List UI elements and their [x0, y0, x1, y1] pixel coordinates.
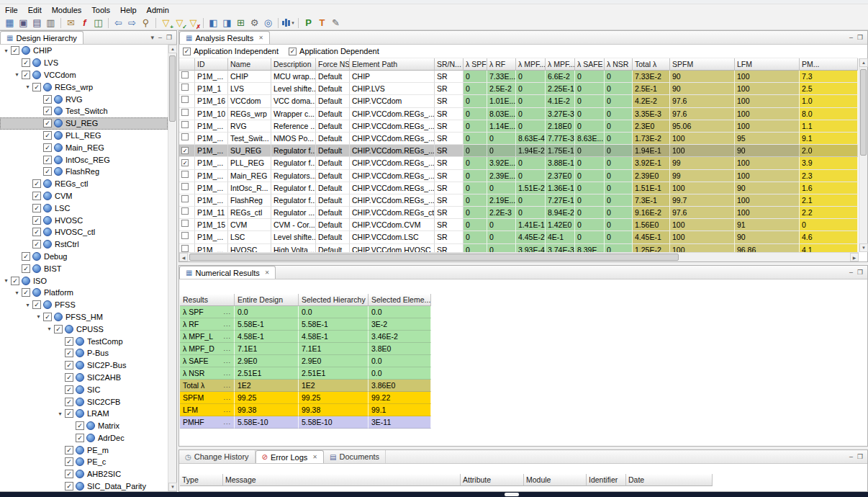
row-checkbox-icon[interactable]	[181, 207, 189, 215]
column-header-lambda-mpf-d[interactable]: λ MPF...	[546, 58, 575, 71]
compare-icon[interactable]: ◫	[91, 17, 105, 29]
scrollbar-thumb[interactable]	[169, 55, 176, 122]
tree-item-sic_data_parity[interactable]: ✓SIC_Data_Parity	[0, 480, 168, 491]
filter-application-independent[interactable]: ✓Application Independent	[183, 47, 279, 55]
tree-item-pfss_hm[interactable]: ▾✓PFSS_HM	[0, 311, 168, 323]
tree-checkbox[interactable]: ✓	[65, 409, 73, 418]
tree-item-lvs[interactable]: ✓LVS	[0, 57, 168, 69]
minimize-icon[interactable]: –	[849, 34, 853, 41]
tab-numerical-results[interactable]: ▦ Numerical Results ✕	[179, 266, 276, 279]
row-checkbox-icon[interactable]	[181, 232, 189, 239]
details-icon[interactable]: ...	[223, 393, 231, 403]
analysis-row-rvg[interactable]: P1M_...RVGReference ...DefaultCHIP.VCCdo…	[179, 120, 858, 133]
details-icon[interactable]: ...	[223, 331, 231, 341]
column-header-date[interactable]: Date	[626, 474, 713, 486]
tree-checkbox[interactable]: ✓	[43, 156, 52, 164]
row-select-cell[interactable]	[179, 219, 195, 231]
search-icon[interactable]: ⚲	[139, 17, 153, 29]
filter-add-icon[interactable]: ▽+	[159, 17, 173, 29]
numerical-row-lfm[interactable]: LFM...99.3899.3899.1	[180, 404, 431, 416]
analysis-row-lsc[interactable]: P1M_...LSCLevel shifte...DefaultCHIP.VCC…	[179, 231, 858, 243]
numerical-row-λ-rf[interactable]: λ RF...5.58E-15.58E-13E-2	[180, 318, 431, 331]
checkbox-icon[interactable]: ✓	[289, 48, 297, 55]
column-header-pmhf[interactable]: PM...	[800, 58, 858, 71]
tree-item-sic2cfb[interactable]: ✓SIC2CFB	[0, 395, 168, 408]
tree-checkbox[interactable]: ✓	[43, 107, 52, 115]
row-select-cell[interactable]	[179, 71, 195, 83]
details-icon[interactable]: ...	[223, 344, 231, 354]
tree-item-chip[interactable]: ▾✓CHIP	[0, 45, 168, 57]
expander-icon[interactable]: ▾	[12, 290, 22, 296]
row-checkbox-icon[interactable]	[181, 171, 189, 178]
analysis-row-test_swit[interactable]: P1M_...Test_Swit...NMOS Po...DefaultCHIP…	[179, 133, 858, 145]
back-icon[interactable]: ⇦	[112, 17, 125, 29]
tree-checkbox[interactable]: ✓	[43, 131, 52, 140]
tree-checkbox[interactable]: ✓	[11, 46, 19, 55]
row-select-cell[interactable]: ✓	[179, 157, 195, 169]
tree-checkbox[interactable]: ✓	[76, 434, 84, 442]
analysis-row-intosc_r[interactable]: P1M_...IntOsc_R...Regulator f...DefaultC…	[179, 182, 858, 194]
row-select-cell[interactable]	[179, 170, 195, 182]
tree-item-cpuss[interactable]: ▾✓CPUSS	[0, 323, 168, 335]
tree-item-pll_reg[interactable]: ✓PLL_REG	[0, 130, 168, 142]
maximize-icon[interactable]: ❐	[166, 34, 172, 41]
scroll-down-icon[interactable]: ▼	[168, 483, 177, 491]
expander-icon[interactable]: ▾	[23, 84, 32, 90]
tree-item-pfss[interactable]: ▾✓PFSS	[0, 299, 168, 311]
tree-item-bist[interactable]: ✓BIST	[0, 262, 168, 274]
analysis-row-cvm[interactable]: P1M_15CVMCVM - Cor...DefaultCHIP.VCCdom.…	[179, 219, 858, 231]
column-header-lambda-mpf-l[interactable]: λ MPF...	[516, 58, 546, 71]
print-icon[interactable]: ▥	[44, 17, 58, 29]
chart-icon[interactable]: ▾	[281, 17, 295, 29]
column-header-element-path[interactable]: Element Path	[350, 58, 435, 71]
tab-analysis-results[interactable]: ▦ Analysis Results ✕	[179, 31, 270, 44]
tree-checkbox[interactable]: ✓	[22, 288, 30, 297]
scroll-up-icon[interactable]: ▲	[859, 58, 868, 67]
analysis-row-chip[interactable]: P1M_...CHIPMCU wrap...DefaultCHIPSR07.33…	[179, 71, 858, 83]
tree-item-test_switch[interactable]: ✓Test_Switch	[0, 105, 168, 117]
tree-item-p-bus[interactable]: ✓P-Bus	[0, 347, 168, 359]
analysis-row-pll_reg[interactable]: ✓P1M_...PLL_REGRegulator f...DefaultCHIP…	[179, 157, 858, 169]
expander-icon[interactable]: ▾	[45, 326, 54, 332]
tree-checkbox[interactable]: ✓	[43, 167, 52, 176]
tree-checkbox[interactable]: ✓	[54, 325, 63, 333]
row-checkbox-icon[interactable]	[181, 84, 189, 91]
numerical-row-λ-mpf_d[interactable]: λ MPF_D...7.1E17.1E13.8E0	[180, 343, 431, 355]
row-select-cell[interactable]	[179, 95, 195, 107]
tree-item-matrix[interactable]: ✓Matrix	[0, 420, 168, 432]
target-icon[interactable]: ◎	[261, 17, 275, 29]
expander-icon[interactable]: ▾	[12, 71, 22, 78]
column-header-module[interactable]: Module	[524, 474, 587, 486]
expander-icon[interactable]: ▾	[34, 313, 43, 320]
menu-item-modules[interactable]: Modules	[47, 5, 87, 15]
checkbox-icon[interactable]: ✓	[183, 48, 191, 55]
tree-checkbox[interactable]: ✓	[65, 373, 73, 382]
function-icon[interactable]: f	[78, 17, 91, 29]
tree-checkbox[interactable]: ✓	[32, 228, 41, 236]
tree-item-intosc_reg[interactable]: ✓IntOsc_REG	[0, 153, 168, 166]
row-select-cell[interactable]	[179, 207, 195, 219]
close-icon[interactable]: ✕	[312, 454, 317, 460]
tree-checkbox[interactable]: ✓	[65, 361, 73, 370]
tree-item-hvosc_ctl[interactable]: ✓HVOSC_ctl	[0, 226, 168, 238]
tree-item-cvm[interactable]: ✓CVM	[0, 190, 168, 202]
column-header-spfm[interactable]: SPFM	[670, 58, 735, 71]
column-header-entire-design[interactable]: Entire Design	[235, 294, 299, 306]
row-checkbox-icon[interactable]	[181, 133, 189, 140]
tree-checkbox[interactable]: ✓	[76, 421, 84, 430]
column-header-lambda-safe[interactable]: λ SAFE	[575, 58, 605, 71]
tree-checkbox[interactable]: ✓	[65, 482, 73, 491]
tree-item-testcomp[interactable]: ✓TestComp	[0, 335, 168, 347]
column-header-lambda-spf[interactable]: λ SPF	[464, 58, 487, 71]
maximize-icon[interactable]: ❐	[857, 34, 863, 41]
tree-item-sic2p-bus[interactable]: ✓SIC2P-Bus	[0, 359, 168, 372]
maximize-icon[interactable]: ❐	[857, 453, 863, 460]
tree-checkbox[interactable]: ✓	[65, 398, 73, 406]
column-header-description[interactable]: Description	[271, 58, 316, 71]
row-checkbox-icon[interactable]	[181, 220, 189, 227]
export-icon[interactable]: ✉	[64, 17, 78, 29]
column-header-force-nsr[interactable]: Force NSR	[316, 58, 350, 71]
analysis-row-lvs[interactable]: P1M_1LVSLevel shifte...DefaultCHIP.LVSSR…	[179, 83, 858, 95]
expander-icon[interactable]: ▾	[1, 277, 11, 284]
column-header-identifier[interactable]: Identifier	[587, 474, 626, 486]
